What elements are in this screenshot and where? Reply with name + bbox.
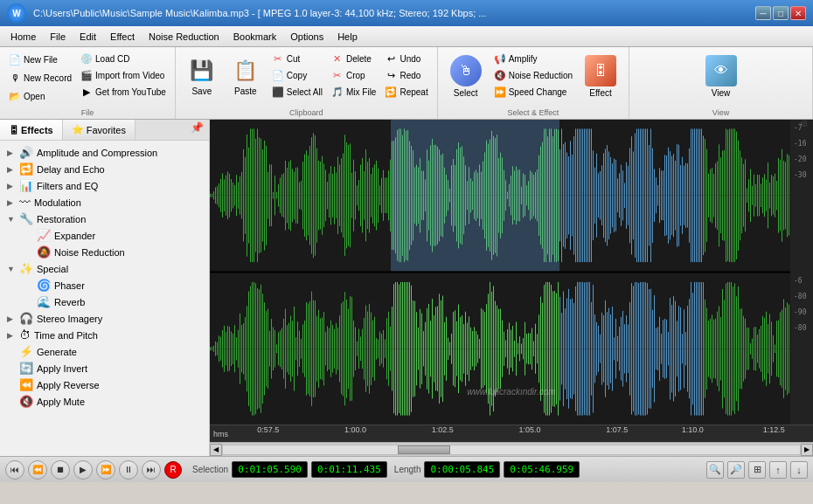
save-button[interactable]: 💾 Save xyxy=(181,51,223,101)
favorites-icon: ⭐ xyxy=(72,124,84,135)
mix-file-button[interactable]: 🎵 Mix File xyxy=(328,84,379,100)
clipboard-col3: ↩ Undo ↪ Redo 🔁 Repeat xyxy=(381,51,431,100)
tree-item-special[interactable]: ▼ ✨ Special xyxy=(0,260,209,277)
menu-noise-reduction[interactable]: Noise Reduction xyxy=(142,30,226,44)
record-button[interactable]: R xyxy=(164,461,182,479)
sidebar-tree: ▶ 🔊 Amplitude and Compression ▶ 🔁 Delay … xyxy=(0,141,209,456)
maximize-button[interactable]: □ xyxy=(773,6,789,20)
tree-item-modulation[interactable]: ▶ 〰 Modulation xyxy=(0,194,209,211)
file-group-label: File xyxy=(0,108,175,117)
tree-item-amplitude[interactable]: ▶ 🔊 Amplitude and Compression xyxy=(0,144,209,161)
effect-button[interactable]: 🎛 Effect xyxy=(578,51,623,101)
zoom-out-button[interactable]: 🔎 xyxy=(727,461,745,479)
tree-item-apply-reverse[interactable]: ⏪ Apply Reverse xyxy=(0,376,209,393)
menu-edit[interactable]: Edit xyxy=(73,30,103,44)
zoom-in-button[interactable]: 🔍 xyxy=(706,461,724,479)
close-button[interactable]: ✕ xyxy=(790,6,806,20)
tree-item-apply-invert[interactable]: 🔄 Apply Invert xyxy=(0,360,209,376)
reverb-icon: 🌊 xyxy=(37,295,51,308)
amplitude-icon: 🔊 xyxy=(19,146,33,159)
sidebar: 🎛 Effects ⭐ Favorites 📌 ▶ 🔊 Amplitude an… xyxy=(0,120,210,456)
ribbon-group-select-effect: 🖱 Select 📢 Amplify 🔇 Noise Reduction ⏩ S… xyxy=(438,47,629,119)
tree-item-apply-mute[interactable]: 🔇 Apply Mute xyxy=(0,393,209,410)
tree-item-filters[interactable]: ▶ 📊 Filters and EQ xyxy=(0,177,209,194)
waveform-tracks[interactable]: www.fullcrackındir.com xyxy=(210,120,813,425)
ribbon: 📄 New File 🎙 New Record 📂 Open 💿 Load CD xyxy=(0,47,813,120)
scroll-thumb[interactable] xyxy=(398,445,450,454)
tab-favorites[interactable]: ⭐ Favorites xyxy=(63,120,136,140)
filters-icon: 📊 xyxy=(19,179,33,192)
zoom-wave-out[interactable]: ↓ xyxy=(790,461,808,479)
new-file-icon: 📄 xyxy=(9,53,21,66)
repeat-button[interactable]: 🔁 Repeat xyxy=(381,84,431,100)
menu-home[interactable]: Home xyxy=(3,30,43,44)
menu-bar: Home File Edit Effect Noise Reduction Bo… xyxy=(0,26,813,47)
scroll-left[interactable]: ◀ xyxy=(210,444,222,456)
view-button[interactable]: 👁 View xyxy=(698,51,744,101)
select-all-button[interactable]: ⬛ Select All xyxy=(268,84,326,100)
undo-icon: ↩ xyxy=(385,52,397,65)
menu-file[interactable]: File xyxy=(43,30,73,44)
redo-button[interactable]: ↪ Redo xyxy=(381,67,431,83)
menu-bookmark[interactable]: Bookmark xyxy=(226,30,284,44)
tree-item-expander[interactable]: 📈 Expander xyxy=(0,227,209,244)
tree-item-stereo[interactable]: ▶ 🎧 Stereo Imagery xyxy=(0,310,209,327)
new-file-button[interactable]: 📄 New File xyxy=(5,51,75,68)
new-record-button[interactable]: 🎙 New Record xyxy=(5,69,75,86)
cut-button[interactable]: ✂ Cut xyxy=(268,51,326,66)
clipboard-col1: ✂ Cut 📄 Copy ⬛ Select All xyxy=(268,51,326,100)
file-group-content: 📄 New File 🎙 New Record 📂 Open 💿 Load CD xyxy=(5,51,170,117)
transport-pause[interactable]: ⏸ xyxy=(119,460,138,480)
transport-rewind[interactable]: ⏪ xyxy=(28,460,47,480)
import-video-button[interactable]: 🎬 Import from Video xyxy=(77,67,170,83)
speed-change-button[interactable]: ⏩ Speed Change xyxy=(490,84,576,100)
transport-prev[interactable]: ⏮ xyxy=(5,460,24,480)
scroll-right[interactable]: ▶ xyxy=(801,444,813,456)
tree-item-generate[interactable]: ⚡ Generate xyxy=(0,343,209,360)
tree-item-noise-red[interactable]: 🔕 Noise Reduction xyxy=(0,244,209,260)
tree-item-restoration[interactable]: ▼ 🔧 Restoration xyxy=(0,211,209,227)
paste-button[interactable]: 📋 Paste xyxy=(225,51,267,101)
open-button[interactable]: 📂 Open xyxy=(5,87,75,105)
tree-item-phaser[interactable]: 🌀 Phaser xyxy=(0,277,209,293)
ruler-tick-4: 1:07.5 xyxy=(606,425,628,434)
noise-reduction-ribbon-button[interactable]: 🔇 Noise Reduction xyxy=(490,67,576,83)
load-cd-button[interactable]: 💿 Load CD xyxy=(77,51,170,66)
load-cd-icon: 💿 xyxy=(80,52,93,65)
minimize-button[interactable]: ─ xyxy=(755,6,771,20)
tree-item-time-pitch[interactable]: ▶ ⏱ Time and Pitch xyxy=(0,327,209,343)
view-group-content: 👁 View xyxy=(698,51,744,117)
menu-effect[interactable]: Effect xyxy=(103,30,142,44)
length-time: 0:00:05.845 xyxy=(424,461,500,478)
horizontal-scrollbar[interactable]: ◀ ▶ xyxy=(210,442,813,456)
selection-end-time: 0:01:11.435 xyxy=(311,461,387,478)
amplify-button[interactable]: 📢 Amplify xyxy=(490,51,576,66)
sidebar-pin[interactable]: 📌 xyxy=(185,120,209,140)
select-button[interactable]: 🖱 Select xyxy=(443,51,489,101)
expander-icon: 📈 xyxy=(37,229,51,242)
delete-button[interactable]: ✕ Delete xyxy=(328,51,379,66)
tree-item-delay[interactable]: ▶ 🔁 Delay and Echo xyxy=(0,161,209,177)
menu-help[interactable]: Help xyxy=(330,30,365,44)
crop-button[interactable]: ✂ Crop xyxy=(328,67,379,83)
zoom-wave-in[interactable]: ↑ xyxy=(769,461,787,479)
get-youtube-button[interactable]: ▶ Get from YouTube xyxy=(77,84,170,100)
undo-button[interactable]: ↩ Undo xyxy=(381,51,431,66)
transport-next[interactable]: ⏭ xyxy=(142,460,161,480)
ruler-tick-0: 0:57.5 xyxy=(257,425,279,434)
transport-play[interactable]: ▶ xyxy=(73,460,93,480)
waveform-canvas[interactable] xyxy=(210,120,813,425)
menu-options[interactable]: Options xyxy=(283,30,330,44)
special-icon: ✨ xyxy=(19,262,33,275)
redo-icon: ↪ xyxy=(385,69,397,81)
tab-effects[interactable]: 🎛 Effects xyxy=(0,120,63,140)
tree-item-reverb[interactable]: 🌊 Reverb xyxy=(0,293,209,310)
apply-mute-icon: 🔇 xyxy=(19,395,33,408)
transport-stop[interactable]: ⏹ xyxy=(51,460,70,480)
scroll-track[interactable] xyxy=(222,445,801,455)
zoom-fit-button[interactable]: ⊞ xyxy=(748,461,766,479)
select-effect-group-content: 🖱 Select 📢 Amplify 🔇 Noise Reduction ⏩ S… xyxy=(443,51,623,117)
copy-button[interactable]: 📄 Copy xyxy=(268,67,326,83)
app-logo: W xyxy=(7,3,26,23)
transport-forward[interactable]: ⏩ xyxy=(96,460,115,480)
